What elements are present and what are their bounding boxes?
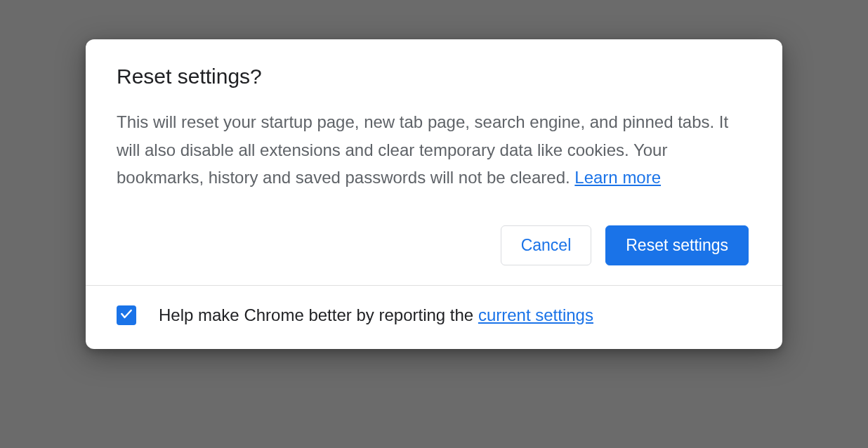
check-icon <box>119 307 133 324</box>
dialog-footer: Help make Chrome better by reporting the… <box>86 285 782 349</box>
footer-text-prefix: Help make Chrome better by reporting the <box>159 305 478 324</box>
dialog-description: This will reset your startup page, new t… <box>117 108 751 192</box>
current-settings-link[interactable]: current settings <box>478 305 593 324</box>
report-settings-checkbox[interactable] <box>117 305 136 325</box>
dialog-title: Reset settings? <box>117 65 751 88</box>
cancel-button[interactable]: Cancel <box>501 225 592 265</box>
dialog-body: Reset settings? This will reset your sta… <box>86 39 782 285</box>
footer-text: Help make Chrome better by reporting the… <box>159 305 593 325</box>
reset-settings-button[interactable]: Reset settings <box>605 225 749 265</box>
dialog-button-row: Cancel Reset settings <box>117 225 751 265</box>
reset-settings-dialog: Reset settings? This will reset your sta… <box>86 39 782 349</box>
learn-more-link[interactable]: Learn more <box>574 168 661 187</box>
